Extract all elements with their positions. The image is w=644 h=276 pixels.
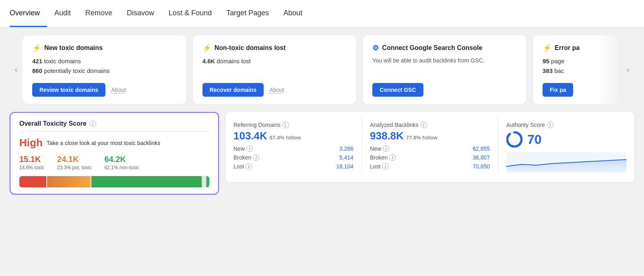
card-2-about-button[interactable]: About [269, 87, 284, 93]
card-new-toxic-domains: ⚡ New toxic domains 421 toxic domains 86… [23, 35, 186, 104]
referring-new-info-icon[interactable]: i [246, 145, 253, 152]
authority-score-info-icon[interactable]: i [547, 122, 553, 128]
backlinks-broken-info-icon[interactable]: i [389, 154, 396, 161]
card-4-stat2-val: 383 [543, 67, 553, 74]
card-1-about-button[interactable]: About [111, 87, 126, 93]
fix-pages-button[interactable]: Fix pa [543, 83, 573, 97]
analyzed-backlinks-info-icon[interactable]: i [421, 122, 427, 128]
cards-container: ⚡ New toxic domains 421 toxic domains 86… [23, 35, 621, 104]
nontoxic-stat: 64.2K 62.1% non-toxic [104, 155, 139, 170]
pot-toxic-stat: 24.1K 23.3% pot. toxic [57, 155, 91, 170]
nav-item-lost-found[interactable]: Lost & Found [161, 0, 219, 27]
card-2-header: ⚡ Non-toxic domains lost [202, 44, 347, 52]
nav-item-audit[interactable]: Audit [47, 0, 78, 27]
analyzed-backlinks-title: Analyzed Backlinks i [370, 122, 490, 128]
chevron-left-icon: ‹ [15, 66, 17, 74]
review-toxic-domains-button[interactable]: Review toxic domains [32, 83, 105, 97]
toxic-value: 15.1K [19, 155, 44, 164]
analyzed-backlinks-value: 938.8K [370, 130, 404, 142]
card-1-stat1-val: 421 [32, 58, 42, 64]
card-error-pages: ⚡ Error pa 95 page 383 bac Fix pa [533, 35, 621, 104]
referring-lost-label: Lost [233, 163, 244, 170]
referring-new-label: New [233, 145, 245, 152]
chevron-right-icon: › [627, 66, 629, 74]
nav-item-overview[interactable]: Overview [10, 0, 47, 27]
card-3-footer: Connect GSC [372, 83, 517, 97]
nav-item-remove[interactable]: Remove [78, 0, 120, 27]
card-1-title: New toxic domains [44, 44, 103, 52]
bar-cursor[interactable] [201, 176, 207, 187]
referring-broken-info-icon[interactable]: i [253, 154, 259, 161]
referring-broken-value: 5,414 [339, 154, 353, 161]
ring-svg [506, 131, 522, 147]
card-2-stat1-val: 4.6K [202, 58, 215, 64]
backlinks-lost-value: 70,650 [473, 163, 490, 170]
referring-domains-label: Referring Domains [233, 122, 281, 128]
card-4-stat2-lbl: bac [554, 67, 564, 74]
toxicity-score-card: Overall Toxicity Score i High Take a clo… [10, 112, 219, 195]
card-4-body: 95 page 383 bac [543, 56, 612, 76]
bar-red [19, 176, 46, 187]
backlinks-broken-value: 36,807 [473, 154, 490, 161]
scroll-right-button[interactable]: › [621, 35, 634, 104]
bar-green [91, 176, 209, 187]
backlinks-new-label: New [370, 145, 381, 152]
toxicity-level-label: High [19, 137, 43, 149]
toxicity-bar [19, 176, 209, 187]
card-non-toxic-lost: ⚡ Non-toxic domains lost 4.6K domains lo… [193, 35, 357, 104]
toxicity-description: Take a close look at your most toxic bac… [47, 140, 160, 146]
referring-domains-title: Referring Domains i [233, 122, 353, 128]
nav-item-about[interactable]: About [276, 0, 310, 27]
scroll-left-button[interactable]: ‹ [10, 35, 23, 104]
nav-item-disavow[interactable]: Disavow [120, 0, 161, 27]
card-3-body: You will be able to audit backlinks from… [372, 56, 517, 65]
bolt-icon-2: ⚡ [202, 44, 211, 52]
card-2-body: 4.6K domains lost [202, 56, 347, 66]
toxicity-title: Overall Toxicity Score i [19, 120, 209, 132]
authority-score-main: 70 [506, 131, 626, 147]
svg-point-1 [507, 132, 521, 146]
card-1-body: 421 toxic domains 860 potentially toxic … [32, 56, 177, 76]
card-2-title: Non-toxic domains lost [215, 44, 286, 52]
card-3-title: Connect Google Search Console [382, 44, 482, 52]
bottom-section: Overall Toxicity Score i High Take a clo… [10, 112, 634, 195]
bolt-icon-1: ⚡ [32, 44, 41, 52]
backlinks-broken-row: Broken i 36,807 [370, 154, 490, 161]
authority-score-title: Authority Score i [506, 122, 626, 128]
analyzed-backlinks-block: Analyzed Backlinks i 938.8K 77.8% follow… [362, 118, 498, 174]
referring-lost-row: Lost i 18,104 [233, 163, 353, 170]
analyzed-backlinks-rows: New i 62,855 Broken i 36,807 [370, 145, 490, 170]
nav-item-target-pages[interactable]: Target Pages [219, 0, 276, 27]
card-4-stat1-val: 95 [543, 58, 549, 64]
connect-gsc-button[interactable]: Connect GSC [372, 83, 423, 97]
analyzed-backlinks-follow: 77.8% follow [406, 135, 438, 141]
toxicity-info-icon[interactable]: i [90, 120, 96, 127]
backlinks-lost-info-icon[interactable]: i [382, 163, 388, 170]
analyzed-backlinks-main: 938.8K 77.8% follow [370, 130, 490, 142]
authority-score-value: 70 [527, 132, 542, 147]
card-1-footer: Review toxic domains About [32, 83, 177, 97]
card-connect-gsc: ⚙ Connect Google Search Console You will… [363, 35, 526, 104]
backlinks-lost-row: Lost i 70,650 [370, 163, 490, 170]
authority-mini-chart [506, 152, 626, 172]
toxicity-title-text: Overall Toxicity Score [19, 120, 87, 127]
referring-domains-follow: 87.4% follow [270, 135, 301, 141]
right-stats-section: Referring Domains i 103.4K 87.4% follow … [225, 112, 634, 182]
card-1-stat1-lbl: toxic domains [44, 58, 81, 64]
nontoxic-value: 64.2K [104, 155, 139, 164]
toxicity-high-row: High Take a close look at your most toxi… [19, 137, 209, 149]
authority-ring-chart [506, 131, 522, 147]
referring-broken-label: Broken [233, 154, 251, 161]
recover-domains-button[interactable]: Recover domains [202, 83, 264, 97]
pot-toxic-label: 23.3% pot. toxic [57, 165, 91, 170]
referring-lost-value: 18,104 [336, 163, 353, 170]
card-4-header: ⚡ Error pa [543, 44, 612, 52]
card-1-stat2-lbl: potentially toxic domains [44, 67, 109, 74]
backlinks-new-row: New i 62,855 [370, 145, 490, 152]
authority-score-label: Authority Score [506, 122, 545, 128]
card-3-header: ⚙ Connect Google Search Console [372, 44, 517, 52]
backlinks-new-info-icon[interactable]: i [383, 145, 389, 152]
referring-domains-info-icon[interactable]: i [283, 122, 289, 128]
card-1-stat2-val: 860 [32, 67, 42, 74]
referring-lost-info-icon[interactable]: i [246, 163, 252, 170]
